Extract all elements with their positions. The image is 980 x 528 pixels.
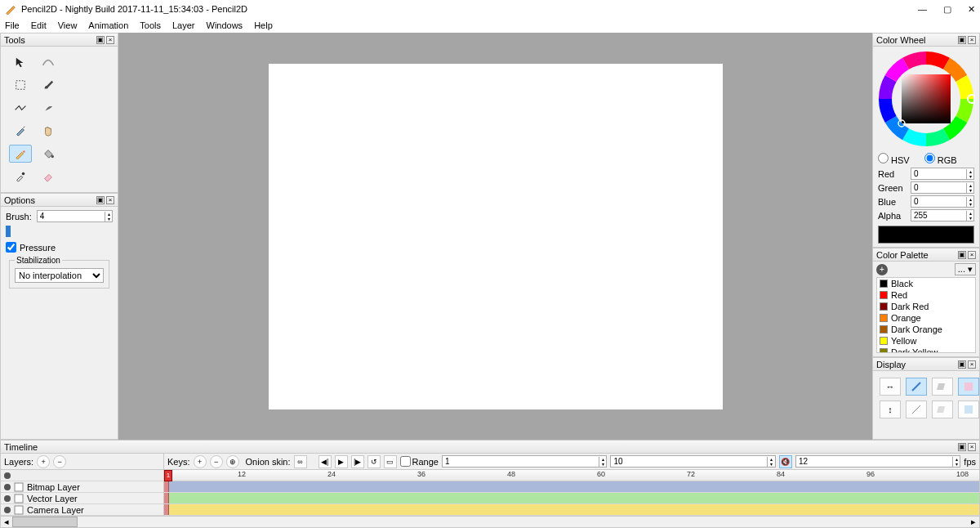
close-icon[interactable]: × <box>968 251 976 259</box>
layer-row[interactable]: Camera Layer <box>1 504 163 516</box>
green-input[interactable] <box>911 183 966 192</box>
undock-icon[interactable]: ▣ <box>958 443 966 451</box>
timeline-scrollbar[interactable]: ◂ ▸ <box>1 516 979 527</box>
spin-down-icon[interactable]: ▾ <box>105 217 112 221</box>
palette-item[interactable]: Dark Yellow <box>877 347 975 353</box>
remove-key-button[interactable]: − <box>210 455 223 468</box>
scroll-thumb[interactable] <box>12 517 78 527</box>
smudge-tool[interactable] <box>37 99 60 117</box>
range-end-input[interactable] <box>611 457 767 466</box>
move-tool[interactable] <box>9 53 32 71</box>
scroll-right-icon[interactable]: ▸ <box>968 517 979 527</box>
pencil-tool[interactable] <box>9 145 32 163</box>
sound-button[interactable]: ▭ <box>384 455 397 468</box>
hand-tool[interactable] <box>37 122 60 140</box>
layer-visible-toggle[interactable] <box>4 484 11 490</box>
close-button[interactable]: ✕ <box>968 4 975 15</box>
mirror-h-button[interactable]: ↔ <box>880 378 901 396</box>
duplicate-key-button[interactable]: ⊕ <box>226 455 239 468</box>
canvas-area[interactable] <box>118 33 872 440</box>
palette-item[interactable]: Yellow <box>877 335 975 347</box>
loop-button[interactable]: ↺ <box>368 455 381 468</box>
mute-button[interactable]: 🔇 <box>779 455 792 468</box>
palette-item[interactable]: Orange <box>877 312 975 324</box>
palette-item[interactable]: Dark Red <box>877 301 975 312</box>
first-frame-button[interactable]: ◀| <box>318 455 332 468</box>
brush-tool[interactable] <box>37 76 60 94</box>
undock-icon[interactable]: ▣ <box>958 36 966 44</box>
blue-input[interactable] <box>911 197 966 206</box>
add-color-button[interactable]: + <box>876 264 888 275</box>
palette-options-button[interactable]: ... ▾ <box>955 263 976 275</box>
clear-tool[interactable] <box>37 53 60 71</box>
maximize-button[interactable]: ▢ <box>943 4 951 15</box>
palette-item[interactable]: Black <box>877 278 975 289</box>
last-frame-button[interactable]: |▶ <box>351 455 364 468</box>
palette-item[interactable]: Red <box>877 289 975 301</box>
pen-tool[interactable] <box>9 122 32 140</box>
palette-list[interactable]: BlackRedDark RedOrangeDark OrangeYellowD… <box>876 277 976 353</box>
close-icon[interactable]: × <box>968 360 976 369</box>
track-row[interactable] <box>164 481 979 493</box>
alpha-input[interactable] <box>911 211 966 220</box>
track-row[interactable] <box>164 504 979 516</box>
rgb-radio[interactable]: RGB <box>924 153 957 165</box>
palette-item[interactable]: Dark Orange <box>877 324 975 335</box>
brush-size-input[interactable] <box>38 212 105 221</box>
undock-icon[interactable]: ▣ <box>96 196 105 204</box>
eraser-tool[interactable] <box>37 168 60 186</box>
onion-toggle-button[interactable]: ∞ <box>294 455 307 468</box>
playhead[interactable]: 1 <box>164 470 172 481</box>
hsv-radio[interactable]: HSV <box>878 153 910 165</box>
undock-icon[interactable]: ▣ <box>958 251 966 259</box>
brush-slider[interactable] <box>6 226 113 234</box>
menu-help[interactable]: Help <box>254 20 273 30</box>
outlines-button[interactable] <box>932 378 953 396</box>
onion-next-button[interactable] <box>958 400 979 418</box>
color-wheel[interactable] <box>877 50 975 148</box>
range-checkbox[interactable] <box>400 456 411 467</box>
stabilization-select[interactable]: No interpolation <box>15 268 104 283</box>
timeline-ruler[interactable]: 1 1224364860728496108 <box>164 470 979 481</box>
fps-input[interactable] <box>796 457 952 466</box>
scroll-left-icon[interactable]: ◂ <box>1 517 12 527</box>
menu-animation[interactable]: Animation <box>88 20 128 30</box>
red-input[interactable] <box>911 169 966 178</box>
undock-icon[interactable]: ▣ <box>96 36 105 44</box>
canvas[interactable] <box>269 64 723 409</box>
close-icon[interactable]: × <box>106 36 114 44</box>
play-button[interactable]: ▶ <box>335 455 348 468</box>
add-key-button[interactable]: + <box>194 455 207 468</box>
overlay-lines-button[interactable] <box>906 400 927 418</box>
menu-windows[interactable]: Windows <box>207 20 243 30</box>
minimize-button[interactable]: — <box>918 4 927 15</box>
layer-visible-toggle[interactable] <box>4 495 11 502</box>
all-visible-toggle[interactable] <box>4 472 11 479</box>
menu-edit[interactable]: Edit <box>31 20 47 30</box>
bucket-tool[interactable] <box>37 145 60 163</box>
close-icon[interactable]: × <box>968 36 976 44</box>
menu-layer[interactable]: Layer <box>172 20 195 30</box>
menu-file[interactable]: File <box>5 20 20 30</box>
close-icon[interactable]: × <box>106 196 114 204</box>
mirror-v-button[interactable]: ↕ <box>880 400 901 418</box>
menu-view[interactable]: View <box>58 20 78 30</box>
undock-icon[interactable]: ▣ <box>958 360 966 369</box>
menu-tools[interactable]: Tools <box>140 20 161 30</box>
remove-layer-button[interactable]: − <box>53 455 66 468</box>
add-layer-button[interactable]: + <box>37 455 50 468</box>
eyedropper-tool[interactable] <box>9 168 32 186</box>
track-row[interactable] <box>164 493 979 504</box>
layer-visible-toggle[interactable] <box>4 507 11 513</box>
polyline-tool[interactable] <box>9 99 32 117</box>
overlay-grid-button[interactable] <box>932 400 953 418</box>
range-start-input[interactable] <box>443 457 599 466</box>
select-tool[interactable] <box>9 76 32 94</box>
close-icon[interactable]: × <box>968 443 976 451</box>
swatch-icon <box>880 325 888 333</box>
thin-lines-button[interactable] <box>906 378 927 396</box>
pressure-checkbox[interactable] <box>6 242 16 253</box>
onion-prev-button[interactable] <box>958 378 979 396</box>
layer-row[interactable]: Bitmap Layer <box>1 481 163 493</box>
layer-row[interactable]: Vector Layer <box>1 493 163 504</box>
